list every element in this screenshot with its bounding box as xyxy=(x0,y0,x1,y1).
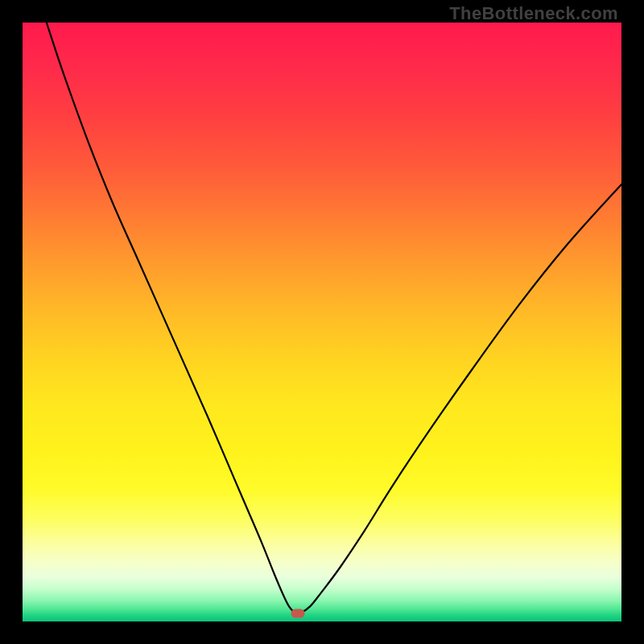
plot-area xyxy=(23,23,621,621)
chart-frame: TheBottleneck.com xyxy=(0,0,644,644)
watermark-text: TheBottleneck.com xyxy=(449,3,618,24)
curve-path xyxy=(47,23,621,613)
bottleneck-curve xyxy=(23,23,621,621)
optimal-marker xyxy=(291,609,305,618)
